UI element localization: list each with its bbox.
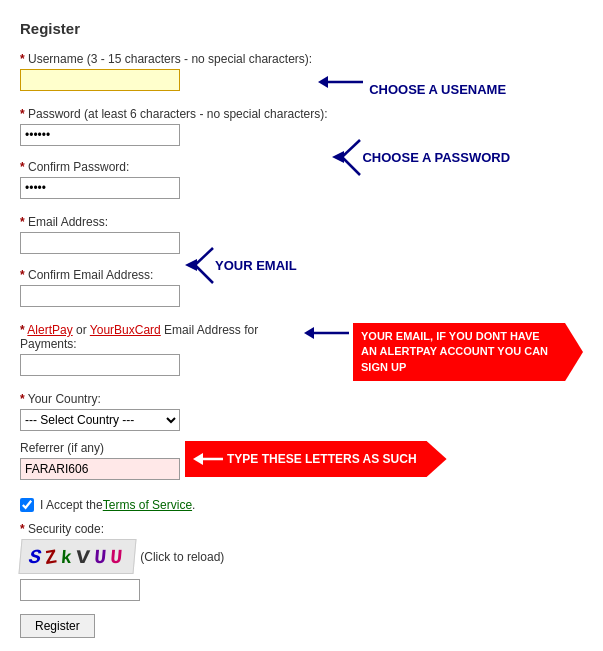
referrer-input[interactable]: [20, 458, 180, 480]
alertpay-arrow-icon: [304, 323, 349, 343]
svg-line-2: [342, 140, 360, 157]
email-input[interactable]: [20, 232, 180, 254]
password-input[interactable]: [20, 124, 180, 146]
email-label: * Email Address:: [20, 215, 180, 229]
svg-marker-1: [318, 76, 328, 88]
captcha-image: SZkvUU: [18, 539, 136, 574]
password-annotation: CHOOSE A PASSWORD: [362, 150, 510, 165]
referrer-arrow-icon: [193, 449, 223, 469]
confirm-password-input[interactable]: [20, 177, 180, 199]
security-code-input[interactable]: [20, 579, 140, 601]
email-annotation: YOUR EMAIL: [215, 258, 297, 273]
svg-marker-11: [193, 453, 203, 465]
referrer-label: Referrer (if any): [20, 441, 180, 455]
terms-checkbox[interactable]: [20, 498, 34, 512]
svg-marker-4: [332, 151, 344, 163]
page-title: Register: [20, 20, 583, 37]
svg-line-5: [195, 248, 213, 265]
email-v-arrow-icon: [185, 238, 215, 293]
username-annotation: CHOOSE A USENAME: [369, 82, 506, 97]
alertpay-annotation: YOUR EMAIL, IF YOU DONT HAVE AN ALERTPAY…: [353, 323, 583, 381]
username-label: * Username (3 - 15 characters - no speci…: [20, 52, 312, 66]
alertpay-link[interactable]: AlertPay: [27, 323, 72, 337]
country-select[interactable]: --- Select Country ---: [20, 409, 180, 431]
confirm-email-label: * Confirm Email Address:: [20, 268, 180, 282]
svg-line-6: [195, 265, 213, 283]
confirm-password-label: * Confirm Password:: [20, 160, 327, 174]
alertpay-input[interactable]: [20, 354, 180, 376]
username-arrow-icon: [318, 72, 363, 95]
terms-link[interactable]: Terms of Service: [103, 498, 192, 512]
security-code-label: * Security code:: [20, 522, 583, 536]
captcha-reload[interactable]: (Click to reload): [140, 550, 224, 564]
password-v-arrow-icon: [332, 130, 362, 185]
svg-marker-7: [185, 259, 197, 271]
referrer-annotation: TYPE THESE LETTERS AS SUCH: [185, 441, 447, 477]
username-input[interactable]: [20, 69, 180, 91]
svg-line-3: [342, 157, 360, 175]
register-button[interactable]: Register: [20, 614, 95, 638]
confirm-email-input[interactable]: [20, 285, 180, 307]
terms-row: I Accept the Terms of Service .: [20, 498, 583, 512]
yourbuxcard-link[interactable]: YourBuxCard: [90, 323, 161, 337]
svg-marker-9: [304, 327, 314, 339]
country-label: * Your Country:: [20, 392, 583, 406]
password-label: * Password (at least 6 characters - no s…: [20, 107, 327, 121]
alertpay-label: * AlertPay or YourBuxCard Email Address …: [20, 323, 299, 351]
